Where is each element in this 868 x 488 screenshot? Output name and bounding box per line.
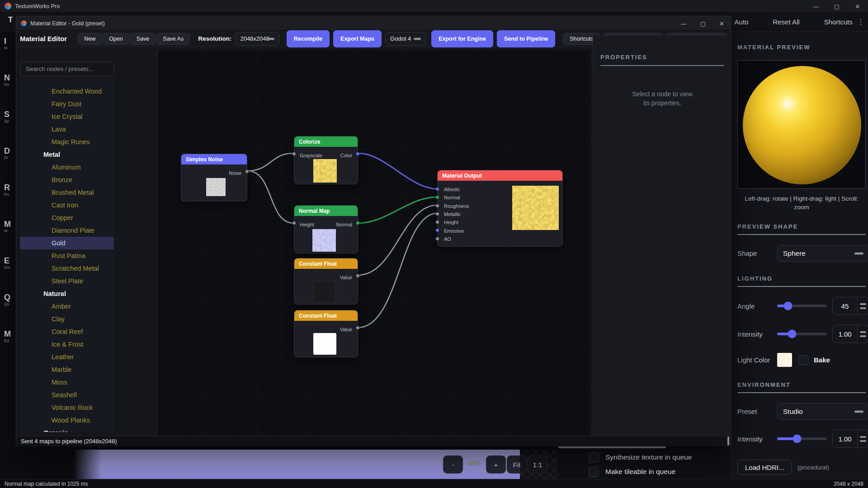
rail-tool-item[interactable]: N No	[0, 74, 15, 87]
library-row[interactable]: Enchanted Wood	[20, 85, 114, 98]
input-port[interactable]	[435, 212, 439, 216]
file-button[interactable]: Save	[130, 33, 156, 45]
library-row[interactable]: Fairy Dust	[20, 98, 114, 110]
shape-dropdown[interactable]: Sphere	[777, 245, 868, 262]
library-row[interactable]: Coral Reef	[20, 325, 114, 338]
library-row[interactable]: Ice Crystal	[20, 110, 114, 123]
library-row[interactable]: Metal	[20, 148, 114, 161]
queue-checkbox[interactable]	[589, 452, 599, 463]
library-row[interactable]: Magic Runes	[20, 136, 114, 148]
app-minimize-button[interactable]: —	[806, 0, 826, 13]
port-height-in[interactable]	[292, 221, 296, 225]
spinner-arrows-icon[interactable]	[858, 325, 868, 343]
library-row[interactable]: Steel Plate	[20, 275, 114, 287]
library-row[interactable]: Volcanic Rock	[20, 401, 114, 414]
library-row[interactable]: Organic	[20, 427, 114, 432]
top-action-button[interactable]: Auto	[735, 18, 749, 26]
library-row[interactable]: Aluminum	[20, 161, 114, 174]
zoom-in-button[interactable]: +	[486, 455, 506, 474]
input-port[interactable]	[435, 204, 439, 208]
port-value-out[interactable]	[356, 274, 360, 278]
input-port[interactable]	[435, 187, 439, 191]
library-row[interactable]: Marble	[20, 363, 114, 376]
library-row[interactable]: Scratched Metal	[20, 262, 114, 275]
node-canvas[interactable]: Simplex Noise Noise Colorize Grayscale C…	[157, 50, 590, 436]
port-color-out[interactable]	[356, 152, 360, 156]
overflow-menu-icon[interactable]: ⋮	[857, 18, 864, 26]
export-maps-button[interactable]: Export Maps	[333, 30, 382, 47]
one-to-one-button[interactable]: 1:1	[528, 455, 547, 474]
library-row[interactable]: Wood Planks	[20, 414, 114, 427]
file-button[interactable]: Save As	[156, 33, 190, 45]
library-row[interactable]: Amber	[20, 300, 114, 313]
fit-button[interactable]: Fit	[507, 455, 527, 474]
library-row[interactable]: Brushed Metal	[20, 186, 114, 199]
library-row[interactable]: Bronze	[20, 174, 114, 186]
bake-checkbox[interactable]	[798, 355, 808, 365]
search-input[interactable]: Search nodes / presets...	[20, 61, 114, 76]
library-row[interactable]: Natural	[20, 287, 114, 300]
library-row[interactable]: Gold	[20, 237, 114, 249]
library-row[interactable]: Ice & Frost	[20, 338, 114, 351]
light-intensity-value[interactable]: 1.00	[832, 325, 858, 343]
app-close-button[interactable]: ✕	[847, 0, 868, 13]
light-intensity-slider-thumb[interactable]	[788, 330, 797, 338]
export-for-engine-button[interactable]: Export for Engine	[431, 30, 493, 47]
spinner-arrows-icon[interactable]	[858, 297, 868, 315]
zoom-out-button[interactable]: -	[443, 455, 463, 474]
modal-titlebar[interactable]: Material Editor - Gold (preset) — ▢ ✕	[16, 16, 731, 31]
engine-select[interactable]: Godot 4	[385, 32, 426, 46]
port-normal-out[interactable]	[356, 221, 360, 225]
port-grayscale-in[interactable]	[292, 152, 296, 156]
modal-maximize-button[interactable]: ▢	[700, 20, 706, 27]
file-button[interactable]: New	[78, 33, 102, 45]
rail-tool-item[interactable]: D Di	[0, 147, 15, 160]
library-row[interactable]: Leather	[20, 351, 114, 363]
library-row[interactable]: Lava	[20, 123, 114, 136]
input-port[interactable]	[435, 237, 439, 241]
app-maximize-button[interactable]: ▢	[826, 0, 847, 13]
rail-tool-item[interactable]: M M	[0, 220, 15, 233]
modal-close-button[interactable]: ✕	[719, 20, 724, 27]
input-port[interactable]	[435, 195, 439, 199]
light-color-swatch[interactable]	[777, 353, 792, 367]
library-row[interactable]: Diamond Plate	[20, 224, 114, 237]
top-action-button[interactable]: Reset All	[773, 18, 799, 26]
resolution-select[interactable]: 2048x2048	[235, 32, 279, 46]
rail-tool-item[interactable]: S Sp	[0, 110, 15, 123]
top-action-button[interactable]: Shortcuts	[824, 18, 853, 26]
library-row[interactable]: Copper	[20, 211, 114, 224]
preview-viewport[interactable]	[737, 60, 866, 189]
library-row[interactable]: Seashell	[20, 389, 114, 401]
angle-slider[interactable]	[777, 305, 827, 307]
library-row[interactable]: Moss	[20, 376, 114, 389]
queue-checkbox[interactable]	[589, 467, 599, 477]
load-hdri-button[interactable]: Load HDRI...	[737, 460, 792, 475]
rail-tool-item[interactable]: R Ro	[0, 183, 15, 197]
env-intensity-slider-thumb[interactable]	[793, 435, 802, 443]
node-constant-float-2[interactable]: Constant Float Value	[294, 310, 358, 357]
angle-slider-thumb[interactable]	[784, 302, 793, 310]
node-normal-map[interactable]: Normal Map Height Normal	[294, 205, 358, 253]
node-colorize[interactable]: Colorize Grayscale Color	[294, 136, 358, 184]
node-simplex-noise[interactable]: Simplex Noise Noise	[181, 154, 247, 202]
recompile-button[interactable]: Recompile	[287, 30, 330, 47]
modal-minimize-button[interactable]: —	[681, 20, 687, 27]
vertical-scrollbar[interactable]	[727, 436, 729, 446]
library-row[interactable]: Clay	[20, 313, 114, 325]
env-intensity-slider[interactable]	[777, 437, 827, 440]
port-value-out[interactable]	[356, 326, 360, 330]
env-intensity-value[interactable]: 1.00	[832, 430, 858, 448]
rail-tool-item[interactable]: E Em	[0, 257, 15, 270]
rail-tool-item[interactable]: Q Qu	[0, 293, 15, 306]
spinner-arrows-icon[interactable]	[858, 430, 868, 448]
input-port[interactable]	[435, 228, 439, 232]
rail-tool-item[interactable]: I In	[0, 37, 15, 50]
rail-tool-item[interactable]: M Ed	[0, 330, 15, 343]
env-preset-dropdown[interactable]: Studio	[777, 403, 868, 420]
input-port[interactable]	[435, 220, 439, 224]
light-intensity-slider[interactable]	[777, 333, 827, 335]
node-constant-float-1[interactable]: Constant Float Value	[294, 258, 358, 305]
file-button[interactable]: Open	[103, 33, 129, 45]
library-row[interactable]: Cast Iron	[20, 199, 114, 211]
